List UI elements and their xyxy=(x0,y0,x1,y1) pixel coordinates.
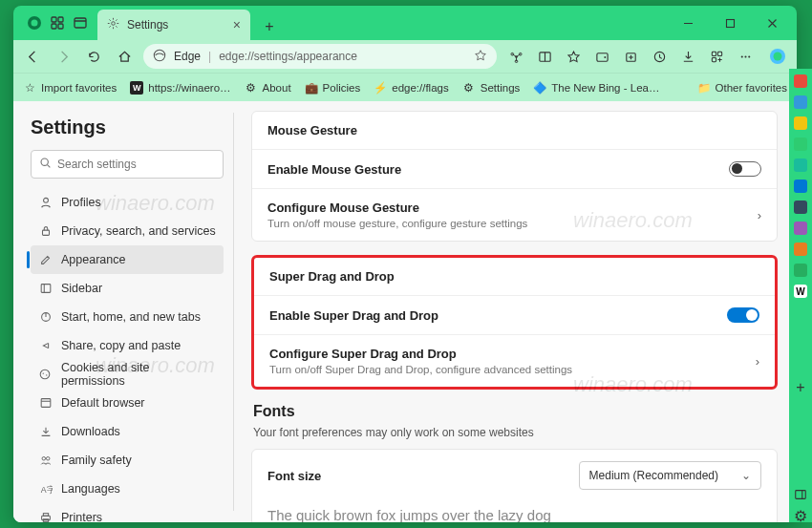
sidebar-item-appearance[interactable]: Appearance xyxy=(31,245,224,274)
svg-rect-6 xyxy=(75,18,86,28)
extensions-icon[interactable] xyxy=(504,45,527,68)
wallet-icon[interactable] xyxy=(590,45,613,68)
svg-rect-19 xyxy=(712,52,716,55)
sidebar-item-start-home-and-new-tabs[interactable]: Start, home, and new tabs xyxy=(31,303,224,331)
fav-import[interactable]: ☆Import favorites xyxy=(23,81,117,95)
sidebar-item-printers[interactable]: Printers xyxy=(31,503,224,522)
search-settings-input[interactable] xyxy=(31,150,224,179)
rail-app-w[interactable]: W xyxy=(794,285,807,298)
gear-icon: ⚙ xyxy=(462,81,476,95)
tab-actions-icon[interactable] xyxy=(73,15,88,31)
enable-mouse-gesture-row[interactable]: Enable Mouse Gesture xyxy=(252,149,777,188)
chevron-down-icon: ⌄ xyxy=(741,469,751,482)
svg-point-32 xyxy=(41,370,51,379)
minimize-button[interactable] xyxy=(667,6,709,40)
star-icon[interactable] xyxy=(474,49,487,65)
rail-app-2[interactable] xyxy=(794,95,807,109)
mouse-gesture-card: Mouse Gesture Enable Mouse Gesture Confi… xyxy=(251,111,778,242)
svg-rect-5 xyxy=(58,24,63,29)
url-text: edge://settings/appearance xyxy=(219,50,357,63)
gear-icon: ⚙ xyxy=(245,81,258,95)
rail-app-7[interactable] xyxy=(794,201,807,214)
fonts-note: Your font preferences may only work on s… xyxy=(253,426,778,439)
tab-active[interactable]: Settings × xyxy=(97,10,250,40)
sidebar-item-downloads[interactable]: Downloads xyxy=(31,417,224,446)
rail-app-5[interactable] xyxy=(794,158,807,172)
fav-other[interactable]: 📁Other favorites xyxy=(697,81,787,95)
more-icon[interactable] xyxy=(734,45,757,68)
rail-app-9[interactable] xyxy=(794,243,807,256)
rail-app-10[interactable] xyxy=(794,264,807,277)
folder-icon: 📁 xyxy=(697,81,711,95)
split-icon[interactable] xyxy=(533,45,556,68)
fav-about[interactable]: ⚙About xyxy=(245,81,291,95)
close-window-button[interactable] xyxy=(751,6,793,40)
svg-point-16 xyxy=(604,56,606,58)
profile-icon[interactable] xyxy=(27,15,42,31)
home-button[interactable] xyxy=(113,45,136,68)
sidebar-item-profiles[interactable]: Profiles xyxy=(31,188,224,217)
fav-winaero[interactable]: Whttps://winaero… xyxy=(130,81,230,95)
browser-icon xyxy=(38,396,53,411)
tab-close-icon[interactable]: × xyxy=(233,17,241,32)
chevron-right-icon: › xyxy=(758,208,761,222)
svg-rect-4 xyxy=(52,24,56,29)
svg-point-23 xyxy=(744,55,746,57)
maximize-button[interactable] xyxy=(709,6,751,40)
panel-icon xyxy=(38,282,53,296)
svg-point-37 xyxy=(46,457,50,461)
search-input-field[interactable] xyxy=(57,158,215,171)
configure-mouse-gesture-row[interactable]: Configure Mouse Gesture Turn on/off mous… xyxy=(252,188,777,241)
rail-app-6[interactable] xyxy=(794,180,807,193)
rail-settings-icon[interactable]: ⚙ xyxy=(794,509,807,522)
new-tab-button[interactable]: + xyxy=(256,13,283,40)
favorites-icon[interactable] xyxy=(562,45,585,68)
fav-flags[interactable]: ⚡edge://flags xyxy=(374,81,448,95)
fonts-header: Fonts xyxy=(253,403,778,420)
settings-main[interactable]: Mouse Gesture Enable Mouse Gesture Confi… xyxy=(234,101,797,522)
font-size-select[interactable]: Medium (Recommended) ⌄ xyxy=(579,461,761,490)
sidebar-item-languages[interactable]: A字Languages xyxy=(31,475,224,503)
fav-policies[interactable]: 💼Policies xyxy=(305,81,361,95)
rail-app-1[interactable] xyxy=(794,74,807,88)
svg-rect-8 xyxy=(726,19,734,27)
sidebar-item-share-copy-and-paste[interactable]: Share, copy and paste xyxy=(31,331,224,360)
fav-settings[interactable]: ⚙Settings xyxy=(462,81,521,95)
svg-point-26 xyxy=(774,53,782,61)
sidebar-item-default-browser[interactable]: Default browser xyxy=(31,389,224,417)
font-size-row[interactable]: Font size Medium (Recommended) ⌄ xyxy=(252,450,777,501)
workspaces-icon[interactable] xyxy=(50,15,65,31)
apps-icon[interactable] xyxy=(705,45,728,68)
configure-super-drag-row[interactable]: Configure Super Drag and Drop Turn on/of… xyxy=(254,334,775,387)
rail-add[interactable]: + xyxy=(794,381,807,394)
star-outline-icon: ☆ xyxy=(23,81,36,95)
back-button[interactable] xyxy=(21,45,44,68)
address-bar-row: Edge | edge://settings/appearance xyxy=(13,40,797,73)
lang-icon: A字 xyxy=(38,482,53,496)
address-bar[interactable]: Edge | edge://settings/appearance xyxy=(143,44,497,69)
rail-collapse-icon[interactable] xyxy=(794,488,807,501)
svg-point-27 xyxy=(41,158,48,165)
forward-button[interactable] xyxy=(52,45,75,68)
svg-rect-35 xyxy=(41,399,51,408)
rail-app-8[interactable] xyxy=(794,222,807,235)
collections-icon[interactable] xyxy=(619,45,642,68)
sidebar-item-privacy-search-and-services[interactable]: Privacy, search, and services xyxy=(31,217,224,245)
svg-point-7 xyxy=(112,22,116,26)
rail-app-3[interactable] xyxy=(794,116,807,130)
enable-super-drag-toggle[interactable] xyxy=(727,307,759,323)
rail-app-4[interactable] xyxy=(794,137,807,151)
copilot-icon[interactable] xyxy=(766,45,789,68)
enable-mouse-gesture-toggle[interactable] xyxy=(729,161,761,177)
svg-point-28 xyxy=(43,198,48,202)
sidebar-item-cookies-and-site-permissions[interactable]: Cookies and site permissions xyxy=(31,360,224,389)
svg-rect-20 xyxy=(717,52,721,55)
enable-super-drag-row[interactable]: Enable Super Drag and Drop xyxy=(254,295,775,334)
fav-bing[interactable]: 🔷The New Bing - Lea… xyxy=(533,81,659,95)
downloads-icon[interactable] xyxy=(676,45,699,68)
sidebar-item-family-safety[interactable]: Family safety xyxy=(31,446,224,475)
history-icon[interactable] xyxy=(648,45,671,68)
sidebar-item-sidebar[interactable]: Sidebar xyxy=(31,274,224,303)
reload-button[interactable] xyxy=(82,45,105,68)
download-icon xyxy=(38,425,53,439)
